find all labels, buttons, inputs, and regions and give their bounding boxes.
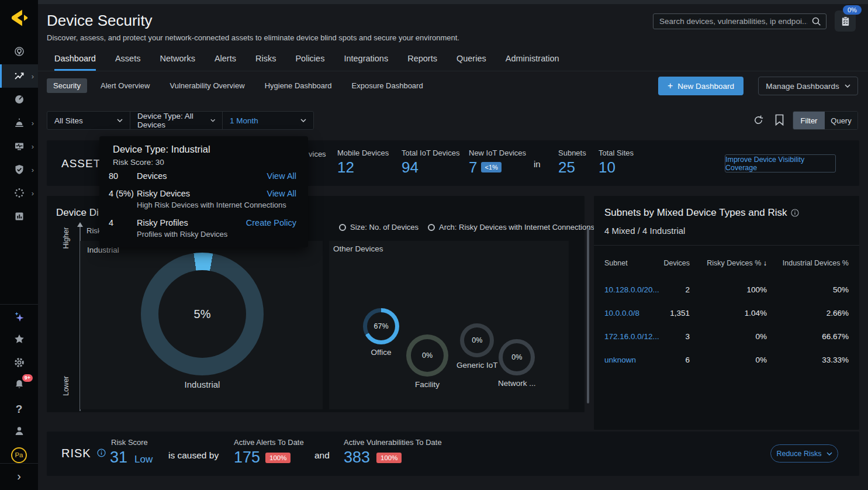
new-dashboard-button[interactable]: + New Dashboard — [658, 77, 743, 95]
subnet-link[interactable]: 172.16.0.0/12... — [604, 332, 663, 341]
subtab-alert-overview[interactable]: Alert Overview — [94, 78, 157, 93]
view-all-link[interactable]: View All — [267, 171, 296, 181]
industrial-donut-label: Industrial — [141, 379, 264, 389]
chevron-right-icon: › — [32, 119, 34, 127]
other-devices-subpanel: Other Devices 67% Office 0% Facility — [329, 241, 569, 409]
risk-band: RISK Risk Score 31 Low is caused by Acti… — [47, 432, 859, 476]
sidebar-item-favorites[interactable] — [0, 327, 38, 351]
subnet-link[interactable]: 10.128.0.0/20... — [604, 285, 663, 294]
search-input[interactable] — [653, 13, 826, 29]
subnet-link[interactable]: unknown — [604, 356, 663, 364]
radio-arch-option[interactable]: Arch: Risky Devices with Internet Connec… — [428, 223, 594, 232]
gear-icon — [13, 357, 25, 368]
stat-value[interactable]: 12 — [337, 160, 354, 175]
create-policy-link[interactable]: Create Policy — [246, 218, 296, 227]
radio-size-option[interactable]: Size: No. of Devices — [339, 223, 419, 232]
risk-section-label: RISK — [61, 447, 91, 460]
bubble-label: Network ... — [498, 379, 536, 388]
active-vulns-value[interactable]: 383 — [344, 448, 370, 467]
sidebar-item-dashboards[interactable] — [0, 88, 38, 111]
bubble-network[interactable]: 0% Network ... — [498, 339, 536, 388]
stat-value[interactable]: 10 — [599, 160, 615, 175]
improve-visibility-button[interactable]: Improve Device Visibility Coverage — [725, 154, 836, 172]
filter-toggle-button[interactable]: Filter — [793, 112, 825, 129]
sidebar-item-activity[interactable]: › — [0, 134, 38, 158]
col-header-risky[interactable]: Risky Devices % ↓ — [690, 259, 767, 267]
scrollbar[interactable] — [587, 228, 589, 403]
sidebar-item-radar[interactable] — [0, 40, 38, 63]
tab-assets[interactable]: Assets — [115, 54, 141, 71]
discovery-icon — [13, 70, 25, 82]
subtab-vulnerability-overview[interactable]: Vulnerability Overview — [164, 78, 251, 93]
bubble-generic-iot[interactable]: 0% Generic IoT — [457, 323, 498, 370]
view-all-link[interactable]: View All — [267, 189, 296, 198]
other-devices-panel-label: Other Devices — [333, 244, 383, 253]
sidebar-item-notifications[interactable]: 9+ — [0, 372, 38, 396]
query-toggle-button[interactable]: Query — [825, 112, 857, 129]
tab-risks[interactable]: Risks — [255, 54, 276, 71]
tab-integrations[interactable]: Integrations — [344, 54, 388, 71]
chevron-right-icon: › — [32, 189, 34, 198]
report-chart-icon — [13, 211, 25, 222]
sidebar-collapse-button[interactable]: › — [0, 464, 38, 488]
bubble-facility[interactable]: 0% Facility — [406, 334, 448, 389]
table-header-row: Subnet Devices Risky Devices % ↓ Industr… — [604, 254, 849, 272]
tab-administration[interactable]: Administration — [506, 54, 559, 71]
donut-percent-label: 67% — [363, 308, 399, 344]
notification-count-badge: 9+ — [22, 374, 33, 382]
risk-severity: Low — [134, 454, 153, 465]
table-row: 10.128.0.0/20... 2 100% 50% — [604, 278, 849, 301]
stat-value[interactable]: 94 — [402, 160, 419, 175]
time-range-filter-dropdown[interactable]: 1 Month — [223, 112, 313, 129]
sidebar-item-automation[interactable]: › — [0, 181, 38, 205]
search-icon[interactable] — [811, 16, 822, 27]
bubble-label: Office — [371, 348, 391, 357]
bookmark-icon[interactable] — [774, 114, 784, 126]
active-alerts-value[interactable]: 175 — [234, 448, 260, 467]
sidebar-item-user[interactable] — [0, 419, 38, 443]
plus-icon: + — [668, 81, 673, 91]
tooltip-title: Device Type: Industrial — [113, 144, 210, 155]
device-type-filter-dropdown[interactable]: Device Type: All Devices — [130, 112, 223, 129]
tab-alerts[interactable]: Alerts — [215, 54, 236, 71]
sidebar-item-ai[interactable] — [0, 305, 38, 329]
reduce-risks-button[interactable]: Reduce Risks — [770, 444, 838, 463]
tab-policies[interactable]: Policies — [295, 54, 324, 71]
tab-networks[interactable]: Networks — [160, 54, 195, 71]
sidebar-item-policies[interactable]: › — [0, 158, 38, 181]
col-header-industrial[interactable]: Industrial Devices % — [767, 259, 849, 267]
brand-logo-icon[interactable] — [8, 7, 30, 29]
monitor-pulse-icon — [13, 140, 25, 152]
bubble-office[interactable]: 67% Office — [363, 308, 399, 357]
tab-dashboard[interactable]: Dashboard — [54, 54, 96, 71]
col-header-devices[interactable]: Devices — [663, 259, 690, 267]
subtab-hygiene-dashboard[interactable]: Hygiene Dashboard — [258, 78, 338, 93]
table-row: 10.0.0.0/8 1,351 1.04% 2.66% — [604, 301, 849, 325]
risk-score-value[interactable]: 31 — [110, 448, 127, 467]
tab-queries[interactable]: Queries — [457, 54, 486, 71]
info-icon[interactable] — [97, 448, 106, 457]
subtab-security[interactable]: Security — [47, 78, 87, 93]
col-header-subnet[interactable]: Subnet — [604, 259, 663, 267]
refresh-icon[interactable] — [753, 115, 764, 126]
panel-divider — [594, 245, 859, 246]
site-filter-dropdown[interactable]: All Sites — [47, 112, 130, 129]
stat-new-iot-devices: New IoT Devices 7 <1% — [469, 149, 526, 175]
subnet-link[interactable]: 10.0.0.0/8 — [604, 309, 663, 318]
sidebar-item-help[interactable]: ? — [0, 398, 38, 421]
stat-value[interactable]: 25 — [558, 160, 575, 175]
stat-subnets: Subnets 25 — [558, 149, 586, 175]
subtab-exposure-dashboard[interactable]: Exposure Dashboard — [345, 78, 430, 93]
manage-dashboards-button[interactable]: Manage Dashboards — [758, 77, 858, 95]
sidebar-item-settings[interactable] — [0, 351, 38, 374]
stat-value[interactable]: 7 — [469, 160, 477, 175]
sidebar-item-alerts[interactable]: › — [0, 111, 38, 134]
axis-lower-label: Lower — [62, 368, 70, 403]
chevron-right-icon: › — [32, 72, 34, 81]
info-icon[interactable] — [791, 209, 799, 217]
tab-reports[interactable]: Reports — [407, 54, 437, 71]
sidebar-item-reports[interactable] — [0, 205, 38, 228]
sidebar-item-discovery[interactable]: › — [0, 64, 38, 88]
and-text: and — [314, 450, 330, 461]
industrial-donut-chart[interactable]: 5% — [141, 253, 264, 375]
